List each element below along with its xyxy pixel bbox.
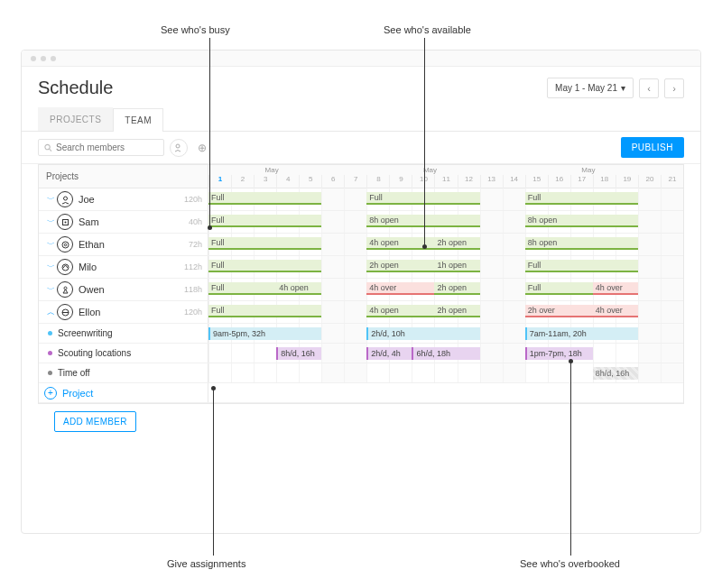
schedule-grid: Projects MayMayMay1234567891011121314151… (38, 164, 684, 404)
timeline-header: MayMayMay1234567891011121314151617181920… (208, 165, 683, 188)
expand-icon[interactable]: ﹀ (44, 284, 57, 296)
schedule-bar[interactable]: Full (208, 192, 321, 205)
filter-button[interactable] (170, 139, 188, 157)
expand-icon[interactable]: ﹀ (44, 262, 57, 273)
member-name: Ellon (79, 307, 100, 317)
avatar-icon (57, 236, 73, 253)
tab-projects[interactable]: PROJECTS (38, 107, 113, 131)
schedule-bar[interactable]: Full (208, 282, 276, 295)
schedule-bar[interactable]: 8h open (366, 215, 479, 227)
task-color-dot (48, 331, 52, 335)
schedule-bar[interactable]: 2h open (434, 282, 479, 295)
prev-button[interactable]: ‹ (639, 78, 659, 98)
avatar-icon (57, 191, 73, 207)
member-name: Joe (79, 194, 95, 205)
svg-point-6 (62, 242, 69, 248)
annotation-assignments: Give assignments (167, 558, 245, 569)
add-button[interactable]: ⊕ (193, 139, 211, 157)
plus-circle-icon: + (44, 387, 57, 400)
search-input[interactable] (56, 142, 158, 152)
schedule-bar[interactable]: Full (208, 305, 321, 317)
schedule-bar[interactable]: 4h over (593, 282, 638, 295)
member-hours: 118h (184, 285, 202, 294)
next-button[interactable]: › (664, 78, 684, 98)
member-hours: 40h (189, 217, 202, 226)
schedule-bar[interactable]: 2h open (434, 305, 479, 317)
member-name: Ethan (79, 239, 105, 250)
schedule-bar[interactable]: 2h/d, 10h (366, 327, 479, 340)
svg-point-5 (64, 221, 66, 223)
publish-button[interactable]: PUBLISH (621, 137, 684, 158)
schedule-bar[interactable]: 8h open (525, 215, 638, 227)
svg-point-2 (176, 144, 180, 148)
schedule-bar[interactable]: 2h/d, 4h (366, 347, 412, 360)
svg-point-7 (64, 243, 66, 245)
expand-icon[interactable]: ﹀ (44, 216, 57, 228)
schedule-bar[interactable]: 1pm-7pm, 18h (525, 347, 593, 360)
schedule-bar[interactable]: Full (208, 215, 321, 227)
schedule-bar[interactable]: 2h open (434, 237, 479, 250)
avatar-icon (57, 281, 73, 298)
annotation-busy: See who's busy (161, 24, 230, 35)
member-name: Owen (79, 284, 105, 295)
schedule-bar[interactable]: 7am-11am, 20h (525, 327, 638, 340)
schedule-bar[interactable]: 1h open (434, 260, 479, 272)
chevron-left-icon: ‹ (647, 83, 651, 94)
add-project-label: Project (62, 388, 93, 399)
add-project-row[interactable]: + Project (39, 383, 683, 403)
member-row: ﹀Sam40h······Full8h open8h open (39, 211, 683, 234)
schedule-bar[interactable]: 9am-5pm, 32h (208, 327, 321, 340)
expand-icon[interactable]: ﹀ (44, 194, 57, 206)
date-range-dropdown[interactable]: May 1 - May 21 ▾ (547, 78, 634, 98)
avatar-icon (57, 259, 73, 275)
page-title: Schedule (38, 78, 113, 98)
task-name: Time off (58, 368, 90, 378)
task-name: Screenwriting (58, 328, 113, 338)
search-icon (44, 143, 52, 152)
schedule-bar[interactable]: 4h open (276, 282, 321, 295)
annotation-overbooked: See who's overbooked (520, 558, 620, 569)
member-row: ﹀Ethan72h······Full4h open2h open8h open (39, 234, 683, 256)
annotation-available: See who's available (384, 24, 471, 35)
task-row: Time off8h/d, 16h (39, 363, 683, 383)
date-range-label: May 1 - May 21 (555, 83, 617, 93)
schedule-bar[interactable]: 4h over (593, 305, 638, 317)
expand-icon[interactable]: ﹀ (44, 239, 57, 251)
schedule-bar[interactable]: Full (525, 260, 638, 272)
member-row: ︿Ellon120h······Full4h open2h open2h ove… (39, 301, 683, 324)
task-name: Scouting locations (58, 348, 131, 358)
schedule-bar[interactable]: 8h/d, 16h (593, 367, 638, 380)
schedule-bar[interactable]: Full (208, 260, 321, 272)
schedule-bar[interactable]: Full (525, 192, 638, 205)
tab-team[interactable]: TEAM (113, 108, 163, 132)
chevron-down-icon: ▾ (621, 83, 625, 93)
projects-column-header: Projects (39, 165, 208, 188)
collapse-icon[interactable]: ︿ (44, 307, 57, 318)
schedule-bar[interactable]: 2h open (366, 260, 434, 272)
schedule-bar[interactable]: 2h over (525, 305, 593, 317)
schedule-bar[interactable]: 8h open (525, 237, 638, 250)
person-search-icon (174, 143, 183, 152)
task-row: Screenwriting9am-5pm, 32h2h/d, 10h7am-11… (39, 324, 683, 344)
member-hours: 120h (184, 308, 202, 317)
schedule-bar[interactable]: Full (208, 237, 321, 250)
svg-line-1 (50, 149, 51, 151)
search-input-wrap[interactable] (38, 139, 164, 156)
member-name: Milo (79, 262, 97, 272)
chevron-right-icon: › (672, 83, 676, 94)
task-color-dot (48, 371, 52, 375)
avatar-icon (57, 214, 73, 230)
member-hours: 112h (184, 262, 202, 271)
svg-point-0 (45, 144, 50, 149)
schedule-bar[interactable]: Full (366, 192, 479, 205)
schedule-bar[interactable]: 4h open (366, 305, 434, 317)
window-titlebar (22, 51, 700, 67)
task-color-dot (48, 351, 52, 355)
svg-point-3 (63, 197, 67, 200)
schedule-bar[interactable]: Full (525, 282, 593, 295)
schedule-bar[interactable]: 4h over (366, 282, 434, 295)
member-row: ﹀Joe120h······FullFullFull (39, 188, 683, 211)
schedule-bar[interactable]: 8h/d, 16h (276, 347, 321, 360)
schedule-bar[interactable]: 6h/d, 18h (412, 347, 479, 360)
add-member-button[interactable]: ADD MEMBER (54, 411, 136, 432)
